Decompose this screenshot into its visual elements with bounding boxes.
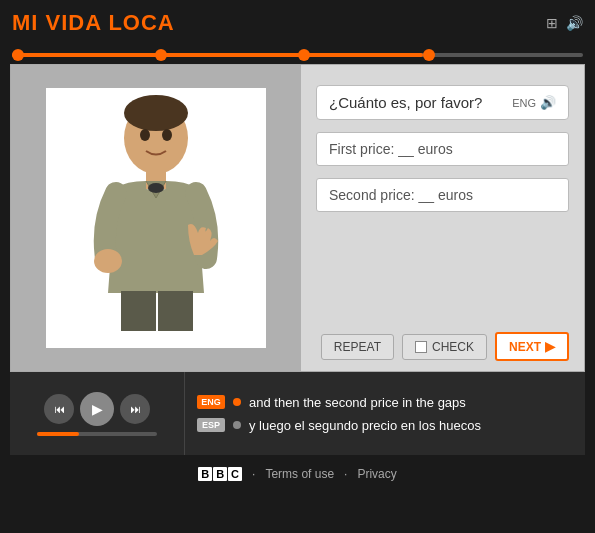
footer: B B C · Terms of use · Privacy <box>0 455 595 493</box>
app-title: MI VIDA LOCA <box>12 10 175 36</box>
button-row: REPEAT CHECK NEXT ▶ <box>316 327 569 361</box>
play-button[interactable]: ▶ <box>80 392 114 426</box>
privacy-link[interactable]: Privacy <box>357 467 396 481</box>
esp-subtitle-text: y luego el segundo precio en los huecos <box>249 418 481 433</box>
lang-label: ENG <box>512 97 536 109</box>
svg-point-3 <box>162 129 172 141</box>
audio-icon[interactable]: 🔊 <box>540 95 556 110</box>
window-icon[interactable]: ⊞ <box>546 15 558 31</box>
progress-bar-container[interactable] <box>0 46 595 64</box>
sound-icon[interactable]: 🔊 <box>566 15 583 31</box>
next-button[interactable]: NEXT ▶ <box>495 332 569 361</box>
bbc-b2: B <box>213 467 227 481</box>
mini-progress-track[interactable] <box>37 432 157 436</box>
svg-rect-7 <box>121 291 156 331</box>
header-icons: ⊞ 🔊 <box>546 15 583 31</box>
check-square-icon <box>415 341 427 353</box>
progress-thumb-3[interactable] <box>423 49 435 61</box>
rewind-button[interactable]: ⏮ <box>44 394 74 424</box>
app-header: MI VIDA LOCA ⊞ 🔊 <box>0 0 595 46</box>
eng-subtitle-text: and then the second price in the gaps <box>249 395 466 410</box>
person-figure <box>66 93 246 343</box>
subtitle-line-esp: ESP y luego el segundo precio en los hue… <box>197 418 573 433</box>
control-buttons: ⏮ ▶ ⏭ <box>44 392 150 426</box>
terms-link[interactable]: Terms of use <box>265 467 334 481</box>
progress-fill <box>12 53 423 57</box>
eng-lang-badge: ENG <box>197 395 225 409</box>
bbc-c: C <box>228 467 242 481</box>
eng-dot-indicator <box>233 398 241 406</box>
right-panel: ¿Cuánto es, por favor? ENG 🔊 First price… <box>301 65 584 371</box>
footer-dot-2: · <box>344 467 347 481</box>
footer-dot-1: · <box>252 467 255 481</box>
check-label: CHECK <box>432 340 474 354</box>
svg-point-1 <box>124 95 188 131</box>
media-controls: ⏮ ▶ ⏭ <box>10 372 185 455</box>
bbc-b1: B <box>198 467 212 481</box>
repeat-button[interactable]: REPEAT <box>321 334 394 360</box>
question-box: ¿Cuánto es, por favor? ENG 🔊 <box>316 85 569 120</box>
check-button[interactable]: CHECK <box>402 334 487 360</box>
second-price-field[interactable]: Second price: __ euros <box>316 178 569 212</box>
next-arrow-icon: ▶ <box>545 339 555 354</box>
first-price-field[interactable]: First price: __ euros <box>316 132 569 166</box>
esp-lang-badge: ESP <box>197 418 225 432</box>
progress-thumb-0[interactable] <box>12 49 24 61</box>
svg-point-2 <box>140 129 150 141</box>
svg-point-6 <box>94 249 122 273</box>
svg-rect-8 <box>158 291 193 331</box>
mini-progress-fill <box>37 432 79 436</box>
eng-badge: ENG 🔊 <box>512 95 556 110</box>
bottom-bar: ⏮ ▶ ⏭ ENG and then the second price in t… <box>10 372 585 455</box>
progress-thumb-1[interactable] <box>155 49 167 61</box>
forward-button[interactable]: ⏭ <box>120 394 150 424</box>
next-label: NEXT <box>509 340 541 354</box>
svg-point-5 <box>148 183 164 193</box>
video-frame <box>46 88 266 348</box>
progress-track[interactable] <box>12 53 583 57</box>
progress-thumb-2[interactable] <box>298 49 310 61</box>
esp-dot-indicator <box>233 421 241 429</box>
subtitle-line-eng: ENG and then the second price in the gap… <box>197 395 573 410</box>
main-content: ¿Cuánto es, por favor? ENG 🔊 First price… <box>10 64 585 372</box>
question-text: ¿Cuánto es, por favor? <box>329 94 482 111</box>
bbc-logo: B B C <box>198 467 242 481</box>
video-panel <box>11 65 301 371</box>
subtitles-panel: ENG and then the second price in the gap… <box>185 372 585 455</box>
